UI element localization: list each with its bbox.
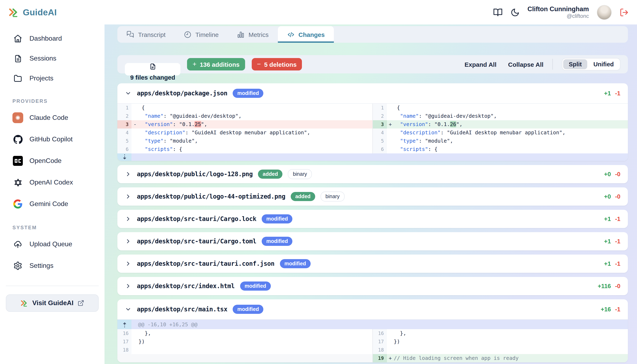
file-header[interactable]: apps/desktop/package.jsonmodified+1-1: [117, 83, 628, 103]
chevron-right-icon[interactable]: [125, 260, 132, 267]
sidebar-item-settings[interactable]: Settings: [0, 255, 104, 276]
expand-up-button[interactable]: [117, 320, 132, 329]
deletions-count: -1: [615, 90, 620, 96]
plus-icon: +: [193, 60, 196, 68]
diff-line-right: 2 "name": "@guideai-dev/desktop",: [372, 112, 628, 120]
tab-metrics[interactable]: Metrics: [228, 26, 278, 43]
visit-guideai-button[interactable]: Visit GuideAI: [6, 294, 99, 312]
file-header[interactable]: apps/desktop/src-tauri/Cargo.tomlmodifie…: [117, 232, 628, 250]
diff-row: 2 "name": "@guideai-dev/desktop",2 "name…: [117, 112, 628, 120]
line-number: [117, 354, 132, 362]
chat-icon: [126, 30, 134, 38]
line-number: 17: [372, 338, 387, 346]
logout-icon[interactable]: [620, 8, 629, 17]
document-icon: [12, 54, 23, 63]
chevron-down-icon[interactable]: [125, 306, 132, 312]
file-path: apps/desktop/src-tauri/tauri.conf.json: [137, 260, 274, 268]
additions-pill: + 136 additions: [187, 58, 245, 70]
expand-all-button[interactable]: Expand All: [464, 61, 496, 68]
app-logo[interactable]: GuideAI: [8, 7, 57, 18]
double-chevron-logo-icon: [20, 299, 28, 307]
sidebar-item-opencode[interactable]: OpenCode: [0, 150, 104, 172]
diff-marker: [132, 145, 138, 154]
sidebar-item-upload-queue[interactable]: Upload Queue: [0, 234, 104, 255]
sidebar-divider: [6, 286, 99, 286]
diff-line-left: 1 {: [117, 104, 372, 112]
split-view-button[interactable]: Split: [564, 59, 587, 69]
file-header[interactable]: apps/desktop/src-tauri/Cargo.lockmodifie…: [117, 210, 628, 228]
code-text: "name": "@guideai-dev/desktop",: [394, 112, 628, 120]
deletions-count: -0: [615, 193, 620, 200]
line-number: 4: [372, 128, 387, 137]
diff-marker: +: [387, 120, 394, 128]
status-badge: modified: [240, 282, 270, 290]
line-number: 17: [117, 338, 132, 346]
file-path: apps/desktop/src-tauri/Cargo.toml: [137, 238, 256, 245]
chevron-right-icon[interactable]: [125, 193, 132, 200]
chevron-down-icon[interactable]: [125, 90, 132, 96]
diff-row: 1 {1 {: [117, 104, 628, 112]
file-header[interactable]: apps/desktop/src/index.htmlmodified+116-…: [117, 277, 628, 295]
brand-name: GuideAI: [23, 7, 57, 17]
tab-changes[interactable]: Changes: [278, 26, 334, 43]
additions-label: 136 additions: [200, 61, 240, 68]
collapse-all-button[interactable]: Collapse All: [508, 61, 544, 68]
diff-row: 3- "version": "0.1.25",3+ "version": "0.…: [117, 120, 628, 128]
diff-line-left: 16 },: [117, 329, 372, 338]
sidebar-item-claude-code[interactable]: Claude Code: [0, 107, 104, 128]
file-stats: +1-1: [604, 90, 620, 96]
tab-transcript[interactable]: Transcript: [117, 26, 174, 43]
file-path: apps/desktop/src-tauri/Cargo.lock: [137, 215, 256, 223]
dark-mode-moon-icon[interactable]: [510, 8, 520, 17]
user-menu[interactable]: Clifton Cunningham @cliftonc: [528, 5, 589, 19]
deletions-count: -1: [615, 260, 620, 267]
chevron-right-icon[interactable]: [125, 238, 132, 244]
expand-row: [117, 154, 628, 161]
expand-down-icon: [122, 154, 127, 160]
sidebar-item-github-copilot[interactable]: GitHub Copilot: [0, 128, 104, 150]
github-icon: [13, 134, 22, 144]
diff-line-right: 1 {: [372, 104, 628, 112]
sidebar-item-dashboard[interactable]: Dashboard: [0, 28, 104, 48]
sidebar-item-label: OpenCode: [30, 157, 62, 164]
deletions-count: -0: [615, 283, 620, 290]
sidebar-item-openai-codex[interactable]: OpenAI Codex: [0, 172, 104, 193]
sidebar-item-label: Sessions: [30, 55, 56, 62]
unified-view-button[interactable]: Unified: [588, 59, 619, 69]
file-card: apps/desktop/src-tauri/Cargo.tomlmodifie…: [117, 232, 628, 250]
file-header[interactable]: apps/desktop/public/logo-128.pngaddedbin…: [117, 165, 628, 183]
chevron-right-icon[interactable]: [125, 216, 132, 222]
line-number: 18: [117, 346, 132, 354]
file-header[interactable]: apps/desktop/public/logo-44-optimized.pn…: [117, 188, 628, 206]
docs-book-icon[interactable]: [493, 8, 503, 17]
tab-timeline[interactable]: Timeline: [174, 26, 228, 43]
line-number: 6: [372, 145, 387, 154]
line-number: 2: [117, 112, 132, 120]
code-text: // Hide loading screen when app is ready: [394, 354, 628, 362]
sidebar-item-sessions[interactable]: Sessions: [0, 48, 104, 68]
diff-marker: [387, 329, 394, 338]
file-stats: +16-1: [601, 306, 620, 312]
diff-toolbar: 9 files changed + 136 additions − 5 dele…: [117, 55, 628, 74]
file-header[interactable]: apps/desktop/src/main.tsxmodified+16-1: [117, 299, 628, 319]
diff-line-left: [117, 354, 372, 362]
expand-down-button[interactable]: [117, 154, 132, 161]
sidebar-item-projects[interactable]: Projects: [0, 68, 104, 88]
chevron-right-icon[interactable]: [125, 283, 132, 290]
code-text: },: [138, 329, 372, 338]
chevron-right-icon[interactable]: [125, 171, 132, 178]
diff-line-right: 17}): [372, 338, 628, 346]
file-header[interactable]: apps/desktop/src-tauri/tauri.conf.jsonmo…: [117, 254, 628, 273]
diff-line-left: 5 "type": "module",: [117, 137, 372, 145]
diff-line-right: 18: [372, 346, 628, 354]
file-path: apps/desktop/public/logo-44-optimized.pn…: [137, 193, 285, 200]
code-text: [138, 346, 372, 354]
sidebar-item-gemini-code[interactable]: Gemini Code: [0, 193, 104, 215]
code-text: "version": "0.1.25",: [138, 120, 372, 128]
line-number: 16: [117, 329, 132, 338]
user-name: Clifton Cunningham: [528, 5, 589, 13]
additions-count: +1: [604, 90, 611, 96]
bar-chart-icon: [237, 30, 245, 38]
file-path: apps/desktop/public/logo-128.png: [137, 170, 253, 178]
avatar[interactable]: [597, 5, 612, 20]
